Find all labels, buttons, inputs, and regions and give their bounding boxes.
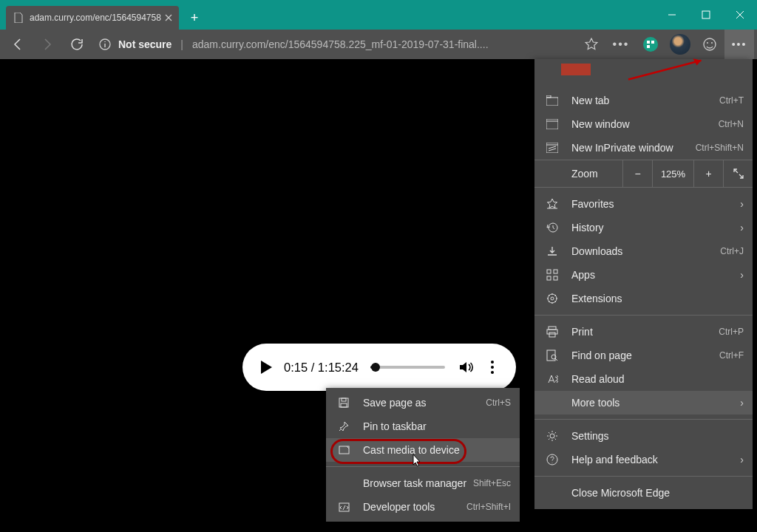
chevron-right-icon: › xyxy=(733,222,744,233)
svg-point-9 xyxy=(491,361,494,364)
seek-slider[interactable] xyxy=(370,366,445,369)
extensions-icon xyxy=(543,293,561,304)
svg-rect-23 xyxy=(549,327,556,330)
svg-rect-4 xyxy=(651,41,654,44)
submenu-save-page-as[interactable]: Save page as Ctrl+S xyxy=(326,391,520,415)
menu-apps[interactable]: Apps › xyxy=(534,263,753,287)
notification-badge xyxy=(561,64,591,75)
menu-divider xyxy=(534,476,753,477)
tab-title: adam.curry.com/enc/1564594758 xyxy=(30,13,161,23)
star-icon xyxy=(543,198,561,210)
new-tab-icon xyxy=(543,95,561,106)
menu-new-inprivate-window[interactable]: New InPrivate window Ctrl+Shift+N xyxy=(534,136,753,160)
find-icon xyxy=(543,349,561,361)
svg-rect-3 xyxy=(647,41,650,44)
svg-rect-17 xyxy=(547,270,551,273)
svg-rect-19 xyxy=(547,276,551,280)
browser-tab[interactable]: adam.curry.com/enc/1564594758 xyxy=(6,6,179,30)
settings-and-more-button[interactable]: ••• xyxy=(724,30,754,59)
security-label: Not secure xyxy=(118,38,172,50)
menu-new-tab[interactable]: New tab Ctrl+T xyxy=(534,89,753,112)
pin-icon xyxy=(335,421,353,432)
minimize-button[interactable] xyxy=(655,0,689,30)
security-info-icon[interactable] xyxy=(98,37,112,52)
chevron-right-icon: › xyxy=(733,269,744,281)
audio-more-button[interactable] xyxy=(479,354,506,381)
profile-avatar[interactable] xyxy=(670,34,690,55)
menu-read-aloud[interactable]: Read aloud xyxy=(534,367,753,391)
back-button[interactable] xyxy=(3,30,33,59)
zoom-label: Zoom xyxy=(534,168,622,180)
menu-help-and-feedback[interactable]: Help and feedback › xyxy=(534,448,753,471)
new-tab-button[interactable]: + xyxy=(183,7,206,29)
svg-rect-24 xyxy=(547,330,557,334)
toolbar-more-icon[interactable]: ••• xyxy=(606,30,636,59)
svg-point-2 xyxy=(643,37,658,52)
svg-point-11 xyxy=(491,371,494,374)
help-icon xyxy=(543,454,561,466)
more-tools-submenu: Save page as Ctrl+S Pin to taskbar Cast … xyxy=(326,388,520,522)
menu-more-tools[interactable]: More tools › xyxy=(534,391,753,415)
menu-divider xyxy=(534,315,753,316)
menu-print[interactable]: Print Ctrl+P xyxy=(534,320,753,344)
svg-point-7 xyxy=(707,42,708,44)
zoom-value: 125% xyxy=(652,160,693,188)
chevron-right-icon: › xyxy=(733,198,744,210)
close-window-button[interactable] xyxy=(723,0,757,30)
address-bar: Not secure | adam.curry.com/enc/15645947… xyxy=(0,30,757,59)
page-icon xyxy=(13,13,24,23)
menu-favorites[interactable]: Favorites › xyxy=(534,192,753,216)
chevron-right-icon: › xyxy=(733,454,744,466)
url-text: adam.curry.com/enc/1564594758.225_mf-01-… xyxy=(192,38,489,50)
history-icon xyxy=(543,222,561,233)
svg-rect-18 xyxy=(554,270,557,273)
chevron-right-icon: › xyxy=(733,397,744,409)
menu-settings[interactable]: Settings xyxy=(534,424,753,448)
refresh-button[interactable] xyxy=(62,30,92,59)
submenu-pin-to-taskbar[interactable]: Pin to taskbar xyxy=(326,415,520,438)
window-controls xyxy=(655,0,757,30)
svg-rect-32 xyxy=(341,403,347,407)
svg-rect-0 xyxy=(702,11,710,18)
menu-history[interactable]: History › xyxy=(534,216,753,239)
svg-rect-25 xyxy=(549,332,555,337)
favorite-button[interactable] xyxy=(577,30,606,59)
menu-find-on-page[interactable]: Find on page Ctrl+F xyxy=(534,344,753,367)
submenu-developer-tools[interactable]: Developer tools Ctrl+Shift+I xyxy=(326,495,520,519)
maximize-button[interactable] xyxy=(689,0,723,30)
separator: | xyxy=(180,38,183,50)
tab-close-button[interactable] xyxy=(161,10,176,25)
submenu-browser-task-manager[interactable]: Browser task manager Shift+Esc xyxy=(326,471,520,495)
qr-extension-icon[interactable] xyxy=(636,30,665,59)
menu-divider xyxy=(326,466,520,467)
zoom-in-button[interactable]: + xyxy=(693,160,723,188)
svg-point-22 xyxy=(551,297,554,300)
settings-icon xyxy=(543,430,561,442)
save-icon xyxy=(335,398,353,408)
zoom-out-button[interactable]: − xyxy=(622,160,652,188)
svg-point-10 xyxy=(491,366,494,369)
zoom-row: Zoom − 125% + xyxy=(534,160,753,188)
fullscreen-button[interactable] xyxy=(723,160,753,188)
read-aloud-icon xyxy=(543,373,561,385)
volume-button[interactable] xyxy=(452,354,479,381)
title-bar: adam.curry.com/enc/1564594758 + xyxy=(0,0,757,30)
address-field[interactable]: Not secure | adam.curry.com/enc/15645947… xyxy=(95,33,574,55)
menu-close-edge[interactable]: Close Microsoft Edge xyxy=(534,481,753,505)
svg-rect-14 xyxy=(546,119,558,129)
svg-rect-20 xyxy=(554,276,557,280)
menu-new-window[interactable]: New window Ctrl+N xyxy=(534,112,753,136)
audio-player: 0:15 / 1:15:24 xyxy=(242,344,516,391)
submenu-cast-media-to-device[interactable]: Cast media to device xyxy=(326,438,520,462)
svg-rect-31 xyxy=(342,398,346,401)
svg-rect-12 xyxy=(546,98,558,106)
download-icon xyxy=(543,245,561,257)
print-icon xyxy=(543,326,561,338)
menu-downloads[interactable]: Downloads Ctrl+J xyxy=(534,239,753,263)
forward-button[interactable] xyxy=(33,30,62,59)
feedback-icon[interactable] xyxy=(695,30,724,59)
time-display: 0:15 / 1:15:24 xyxy=(284,361,359,375)
play-button[interactable] xyxy=(253,354,279,381)
menu-extensions[interactable]: Extensions xyxy=(534,287,753,310)
apps-icon xyxy=(543,269,561,281)
